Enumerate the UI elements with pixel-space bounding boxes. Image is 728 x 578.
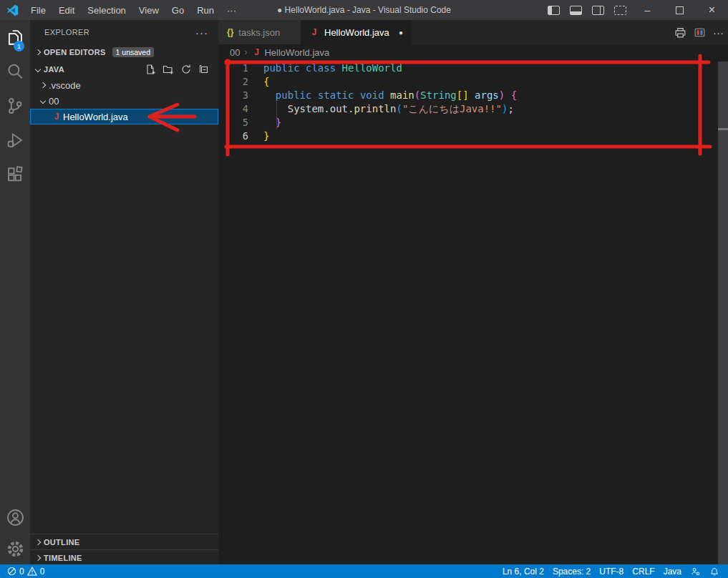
- sidebar-title: EXPLORER: [44, 28, 89, 36]
- extensions-activity-icon[interactable]: [0, 157, 30, 192]
- editor-scrollbar[interactable]: [718, 62, 728, 564]
- line-content: }: [263, 129, 269, 143]
- project-section-label: JAVA: [44, 65, 64, 74]
- vscode-window: File Edit Selection View Go Run ··· ● He…: [0, 0, 728, 578]
- explorer-activity-icon[interactable]: 1: [0, 20, 30, 54]
- close-button[interactable]: ×: [696, 0, 728, 20]
- tree-item-helloworld-java[interactable]: J HelloWorld.java: [30, 109, 218, 124]
- code-line[interactable]: 2{: [218, 75, 718, 89]
- line-number: 3: [218, 89, 248, 102]
- chevron-right-icon: [35, 555, 41, 561]
- new-folder-icon[interactable]: [162, 64, 174, 75]
- breadcrumbs: 00 › J HelloWorld.java: [218, 44, 728, 60]
- open-editors-label: OPEN EDITORS: [44, 48, 106, 57]
- json-file-icon: {}: [227, 27, 233, 37]
- tree-item-label: 00: [49, 96, 59, 107]
- tree-item-label: .vscode: [49, 80, 81, 91]
- explorer-more-icon[interactable]: ···: [195, 26, 208, 39]
- code-line[interactable]: 4 System.out.println("こんにちはJava!!");: [218, 102, 718, 116]
- source-control-activity-icon[interactable]: [0, 89, 30, 123]
- split-editor-icon[interactable]: [694, 26, 706, 39]
- tree-item-label: HelloWorld.java: [63, 112, 128, 122]
- code-line[interactable]: 3 public static void main(String[] args)…: [218, 89, 718, 102]
- run-debug-activity-icon[interactable]: [0, 123, 30, 157]
- status-bar: 0 0 Ln 6, Col 2 Spaces: 2 UTF-8 CRLF Jav…: [0, 564, 728, 578]
- line-content: public class HelloWorld: [263, 62, 402, 75]
- menu-edit[interactable]: Edit: [52, 0, 81, 20]
- encoding-status[interactable]: UTF-8: [595, 564, 628, 578]
- code-line[interactable]: 1public class HelloWorld: [218, 62, 718, 75]
- line-content: }: [263, 116, 281, 129]
- menu-view[interactable]: View: [132, 0, 165, 20]
- vscode-logo-icon: [6, 4, 19, 16]
- maximize-button[interactable]: [664, 0, 696, 20]
- refresh-icon[interactable]: [180, 64, 192, 75]
- toggle-panel-icon[interactable]: [565, 0, 587, 20]
- cursor-position[interactable]: Ln 6, Col 2: [498, 564, 548, 578]
- indent-guide: [276, 102, 277, 129]
- explorer-sidebar: EXPLORER ··· OPEN EDITORS 1 unsaved JAVA: [30, 20, 218, 564]
- menu-go[interactable]: Go: [165, 0, 190, 20]
- notifications-bell-icon[interactable]: [705, 564, 724, 578]
- editor-group: {} tasks.json J HelloWorld.java ● ···: [218, 20, 728, 564]
- line-content: public static void main(String[] args) {: [263, 89, 517, 102]
- chevron-down-icon: [35, 67, 41, 72]
- open-editors-section[interactable]: OPEN EDITORS 1 unsaved: [30, 44, 218, 60]
- minimize-button[interactable]: –: [631, 0, 664, 20]
- code-lines[interactable]: 1public class HelloWorld2{3 public stati…: [218, 62, 718, 143]
- menu-more[interactable]: ···: [220, 0, 243, 20]
- problems-status[interactable]: 0 0: [3, 564, 49, 578]
- code-line[interactable]: 5 }: [218, 116, 718, 129]
- java-file-icon: J: [52, 112, 62, 122]
- timeline-section[interactable]: TIMELINE: [30, 549, 218, 566]
- search-activity-icon[interactable]: [0, 54, 30, 89]
- feedback-icon[interactable]: [686, 564, 705, 578]
- editor-more-icon[interactable]: ···: [713, 26, 724, 39]
- code-line[interactable]: 6}: [218, 129, 718, 143]
- line-number: 4: [218, 102, 248, 116]
- menu-selection[interactable]: Selection: [81, 0, 132, 20]
- tab-label: tasks.json: [238, 27, 280, 38]
- breadcrumb-folder[interactable]: 00: [230, 47, 240, 58]
- java-file-icon: J: [309, 27, 319, 37]
- timeline-label: TIMELINE: [44, 554, 82, 562]
- menu-run[interactable]: Run: [190, 0, 220, 20]
- line-number: 6: [218, 129, 248, 143]
- breadcrumb-file[interactable]: HelloWorld.java: [264, 47, 329, 58]
- tab-tasks-json[interactable]: {} tasks.json: [218, 20, 301, 44]
- breadcrumb-separator-icon: ›: [244, 47, 247, 57]
- warning-icon: [27, 567, 37, 576]
- title-bar: File Edit Selection View Go Run ··· ● He…: [0, 0, 728, 20]
- toggle-secondary-sidebar-icon[interactable]: [587, 0, 609, 20]
- customize-layout-icon[interactable]: [609, 0, 631, 20]
- tree-item-vscode[interactable]: .vscode: [30, 77, 218, 93]
- project-section-header[interactable]: JAVA: [30, 62, 218, 77]
- eol-status[interactable]: CRLF: [628, 564, 659, 578]
- window-title: ● HelloWorld.java - Java - Visual Studio…: [277, 0, 451, 20]
- toggle-sidebar-icon[interactable]: [543, 0, 565, 20]
- unsaved-badge: 1 unsaved: [112, 47, 154, 57]
- error-count: 0: [19, 567, 24, 577]
- outline-section[interactable]: OUTLINE: [30, 534, 218, 550]
- menu-file[interactable]: File: [24, 0, 52, 20]
- print-icon[interactable]: [674, 26, 686, 39]
- tab-label: HelloWorld.java: [324, 27, 389, 38]
- indentation-status[interactable]: Spaces: 2: [548, 564, 595, 578]
- line-number: 5: [218, 116, 248, 129]
- java-file-icon: J: [251, 47, 261, 57]
- collapse-all-icon[interactable]: [198, 64, 210, 75]
- line-content: System.out.println("こんにちはJava!!");: [263, 102, 514, 116]
- settings-gear-icon[interactable]: [0, 533, 30, 564]
- account-icon[interactable]: [0, 501, 30, 533]
- tab-bar: {} tasks.json J HelloWorld.java ● ···: [218, 20, 728, 44]
- tab-helloworld-java[interactable]: J HelloWorld.java ●: [301, 20, 412, 44]
- new-file-icon[interactable]: [145, 64, 156, 75]
- tree-item-00[interactable]: 00: [30, 93, 218, 109]
- outline-label: OUTLINE: [44, 538, 79, 547]
- chevron-right-icon: [35, 49, 41, 55]
- language-mode[interactable]: Java: [659, 564, 686, 578]
- modified-dot-icon[interactable]: ●: [399, 29, 403, 36]
- warning-count: 0: [40, 567, 45, 577]
- line-number: 1: [218, 62, 248, 75]
- chevron-down-icon: [40, 98, 46, 104]
